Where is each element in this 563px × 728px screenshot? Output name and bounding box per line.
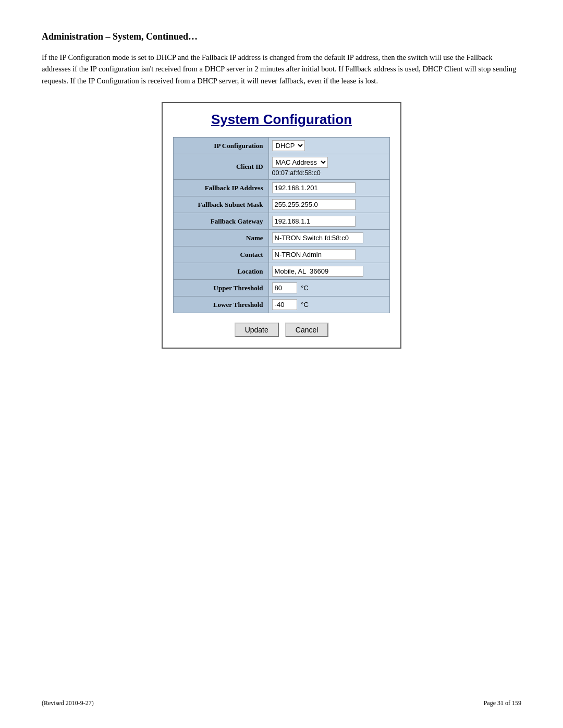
client-id-select[interactable]: MAC Address Other: [272, 157, 328, 168]
name-input[interactable]: [272, 232, 363, 243]
lower-threshold-cell: °C: [268, 297, 389, 313]
table-row: Lower Threshold °C: [174, 297, 390, 313]
footer-right: Page 31 of 159: [484, 699, 521, 707]
table-row: Upper Threshold °C: [174, 280, 390, 297]
table-row: Fallback Gateway: [174, 213, 390, 230]
page-heading: Administration – System, Continued…: [42, 31, 521, 42]
ip-config-select[interactable]: DHCP Static: [272, 140, 305, 151]
table-row: Fallback Subnet Mask: [174, 196, 390, 213]
location-label: Location: [174, 263, 269, 280]
table-row: Client ID MAC Address Other 00:07:af:fd:…: [174, 154, 390, 180]
fallback-subnet-label: Fallback Subnet Mask: [174, 196, 269, 213]
contact-label: Contact: [174, 246, 269, 263]
fallback-gateway-input[interactable]: [272, 216, 356, 227]
lower-threshold-label: Lower Threshold: [174, 297, 269, 313]
panel-wrapper: System Configuration IP Configuration DH…: [42, 102, 521, 349]
table-row: Location: [174, 263, 390, 280]
name-cell: [268, 230, 389, 246]
table-row: IP Configuration DHCP Static: [174, 138, 390, 154]
table-row: Contact: [174, 246, 390, 263]
location-input[interactable]: [272, 266, 363, 277]
ip-config-label: IP Configuration: [174, 138, 269, 154]
cancel-button[interactable]: Cancel: [285, 323, 329, 337]
contact-cell: [268, 246, 389, 263]
lower-threshold-input[interactable]: [272, 299, 297, 310]
upper-threshold-label: Upper Threshold: [174, 280, 269, 297]
fallback-gateway-label: Fallback Gateway: [174, 213, 269, 230]
client-id-label: Client ID: [174, 154, 269, 180]
fallback-gateway-cell: [268, 213, 389, 230]
client-id-cell: MAC Address Other 00:07:af:fd:58:c0: [268, 154, 389, 180]
button-row: Update Cancel: [173, 323, 390, 337]
lower-threshold-unit: °C: [301, 301, 309, 309]
fallback-subnet-input[interactable]: [272, 199, 356, 210]
mac-address-text: 00:07:af:fd:58:c0: [272, 169, 386, 177]
contact-input[interactable]: [272, 249, 356, 260]
sys-config-panel: System Configuration IP Configuration DH…: [162, 102, 401, 349]
fallback-ip-cell: [268, 180, 389, 196]
upper-threshold-input[interactable]: [272, 282, 297, 293]
update-button[interactable]: Update: [235, 323, 279, 337]
fallback-subnet-cell: [268, 196, 389, 213]
upper-threshold-cell: °C: [268, 280, 389, 297]
fallback-ip-input[interactable]: [272, 182, 356, 193]
footer-left: (Revised 2010-9-27): [42, 699, 94, 707]
footer: (Revised 2010-9-27) Page 31 of 159: [42, 699, 521, 707]
upper-threshold-unit: °C: [301, 284, 309, 292]
intro-paragraph: If the IP Configuration mode is set to D…: [42, 52, 521, 87]
config-table: IP Configuration DHCP Static Client ID M…: [173, 137, 390, 313]
panel-title: System Configuration: [173, 112, 390, 128]
name-label: Name: [174, 230, 269, 246]
table-row: Name: [174, 230, 390, 246]
ip-config-cell: DHCP Static: [268, 138, 389, 154]
table-row: Fallback IP Address: [174, 180, 390, 196]
location-cell: [268, 263, 389, 280]
fallback-ip-label: Fallback IP Address: [174, 180, 269, 196]
